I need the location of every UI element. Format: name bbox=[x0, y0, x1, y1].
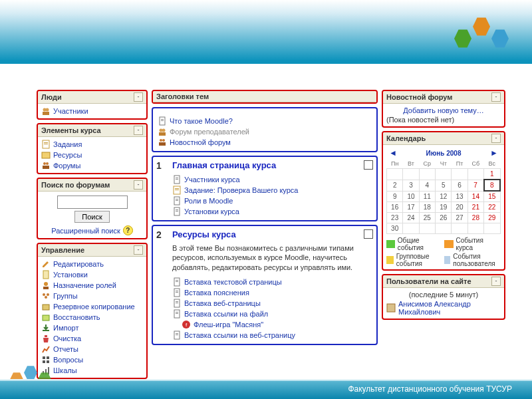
legend-swatch bbox=[386, 240, 395, 248]
cal-day[interactable]: 10 bbox=[403, 191, 419, 202]
cal-day[interactable]: 5 bbox=[436, 180, 452, 191]
cal-day bbox=[467, 223, 483, 234]
cal-day[interactable]: 27 bbox=[452, 213, 467, 223]
cal-day[interactable]: 11 bbox=[419, 191, 435, 202]
list-item[interactable]: Установки курса bbox=[172, 206, 372, 217]
cal-day[interactable]: 8 bbox=[484, 180, 500, 191]
cal-day[interactable]: 12 bbox=[436, 191, 452, 202]
topic-checkbox[interactable] bbox=[364, 229, 373, 239]
cal-day[interactable]: 29 bbox=[484, 213, 500, 223]
cal-day[interactable]: 9 bbox=[387, 191, 403, 202]
list-item[interactable]: Задания bbox=[41, 139, 143, 150]
cal-day[interactable]: 23 bbox=[387, 213, 403, 223]
list-item[interactable]: Отчеты bbox=[41, 344, 143, 354]
list-item[interactable]: Форумы bbox=[41, 160, 143, 171]
collapse-icon[interactable]: - bbox=[491, 277, 501, 286]
collapse-icon[interactable]: - bbox=[134, 92, 143, 102]
collapse-icon[interactable]: - bbox=[491, 92, 501, 102]
cal-day[interactable]: 4 bbox=[419, 180, 435, 191]
online-users-panel: Пользователи на сайте- (последние 5 мину… bbox=[382, 274, 505, 320]
list-item[interactable]: Участники bbox=[41, 106, 143, 116]
cal-day[interactable]: 7 bbox=[467, 180, 483, 191]
cal-day[interactable]: 26 bbox=[436, 213, 452, 223]
cal-day[interactable]: 2 bbox=[387, 180, 403, 191]
list-item[interactable]: Установки bbox=[41, 269, 143, 280]
online-user[interactable]: Анисимов Александр Михайлович bbox=[398, 300, 501, 316]
list-item[interactable]: Группы bbox=[41, 291, 143, 301]
search-button[interactable]: Поиск bbox=[74, 211, 109, 223]
list-item[interactable]: fФлеш-игра "Масяня" bbox=[182, 319, 372, 330]
collapse-icon[interactable]: - bbox=[134, 180, 143, 190]
legend-swatch bbox=[444, 256, 450, 264]
people-icon bbox=[41, 106, 51, 116]
legend-item[interactable]: События курса bbox=[444, 237, 501, 251]
collapse-icon[interactable]: - bbox=[134, 126, 143, 135]
cal-day[interactable]: 20 bbox=[452, 202, 467, 213]
list-item[interactable]: Участники курса bbox=[172, 174, 372, 185]
list-item[interactable]: Новостной форум bbox=[158, 137, 372, 148]
item-label: Редактировать bbox=[53, 260, 104, 268]
cal-day[interactable]: 16 bbox=[387, 202, 403, 213]
list-item[interactable]: Вставка текстовой страницы bbox=[172, 277, 372, 287]
edit-icon bbox=[41, 259, 51, 269]
cal-day[interactable]: 30 bbox=[387, 223, 403, 234]
list-item[interactable]: Вставка веб-страницы bbox=[172, 298, 372, 309]
list-item[interactable]: Восстановить bbox=[41, 312, 143, 323]
cal-day[interactable]: 1 bbox=[484, 169, 500, 180]
list-item[interactable]: Задание: Проверка Вашего курса bbox=[172, 185, 372, 196]
cal-day[interactable]: 13 bbox=[452, 191, 467, 202]
search-input[interactable] bbox=[57, 196, 128, 209]
topic-number: 1 bbox=[156, 160, 162, 171]
legend-item[interactable]: Общие события bbox=[386, 237, 443, 251]
legend-item[interactable]: Групповые события bbox=[386, 253, 443, 267]
list-item[interactable]: Импорт bbox=[41, 323, 143, 333]
cal-dow: Ср bbox=[419, 159, 435, 169]
cal-day bbox=[484, 223, 500, 234]
cal-day[interactable]: 19 bbox=[436, 202, 452, 213]
cal-day[interactable]: 14 bbox=[467, 191, 483, 202]
groups-icon bbox=[41, 291, 51, 301]
advanced-search-link[interactable]: Расширенный поиск bbox=[51, 227, 120, 235]
collapse-icon[interactable]: - bbox=[134, 245, 143, 255]
list-item[interactable]: Ресурсы bbox=[41, 150, 143, 160]
list-item[interactable]: Шкалы bbox=[41, 365, 143, 376]
page-icon bbox=[172, 299, 182, 308]
list-item[interactable]: Вставка пояснения bbox=[172, 287, 372, 298]
cal-day[interactable]: 28 bbox=[467, 213, 483, 223]
list-item[interactable]: Вопросы bbox=[41, 354, 143, 365]
collapse-icon[interactable]: - bbox=[491, 134, 501, 143]
cal-day[interactable]: 3 bbox=[403, 180, 419, 191]
topic-title: Главная страница курса bbox=[172, 160, 372, 170]
cal-next[interactable]: ► bbox=[490, 148, 498, 158]
list-item[interactable]: Редактировать bbox=[41, 259, 143, 269]
legend-item[interactable]: События пользователя bbox=[444, 253, 501, 267]
add-topic-link[interactable]: Добавить новую тему… bbox=[403, 106, 484, 114]
calendar-panel: Календарь- ◄ Июнь 2008 ► ПнВтСрЧтПтСбВс1… bbox=[382, 131, 505, 271]
news-empty: (Пока новостей нет) bbox=[386, 116, 454, 124]
cal-day[interactable]: 17 bbox=[403, 202, 419, 213]
list-item[interactable]: Резервное копирование bbox=[41, 301, 143, 312]
list-item[interactable]: Назначение ролей bbox=[41, 280, 143, 291]
cal-day[interactable]: 18 bbox=[419, 202, 435, 213]
cal-prev[interactable]: ◄ bbox=[389, 148, 397, 158]
help-icon[interactable]: ? bbox=[123, 225, 133, 235]
list-item[interactable]: Форум преподавателей bbox=[158, 126, 372, 137]
list-item[interactable]: Вставка ссылки на файл bbox=[172, 309, 372, 319]
legend-swatch bbox=[444, 240, 454, 248]
list-item[interactable]: Что такое Moodle? bbox=[158, 116, 372, 126]
svg-point-31 bbox=[162, 129, 166, 132]
list-item[interactable]: Очистка bbox=[41, 333, 143, 344]
topic-checkbox[interactable] bbox=[364, 160, 373, 170]
news-title: Новостной форум bbox=[386, 93, 452, 101]
list-item[interactable]: Роли в Moodle bbox=[172, 196, 372, 206]
item-label: Участники bbox=[53, 107, 88, 115]
cal-day[interactable]: 15 bbox=[484, 191, 500, 202]
flash-icon: f bbox=[182, 320, 191, 329]
item-label: Роли в Moodle bbox=[184, 197, 233, 205]
list-item[interactable]: Вставка ссылки на веб-страницу bbox=[172, 330, 372, 340]
cal-day[interactable]: 22 bbox=[484, 202, 500, 213]
cal-day[interactable]: 21 bbox=[467, 202, 483, 213]
cal-day[interactable]: 6 bbox=[452, 180, 467, 191]
cal-day[interactable]: 24 bbox=[403, 213, 419, 223]
cal-day[interactable]: 25 bbox=[419, 213, 435, 223]
